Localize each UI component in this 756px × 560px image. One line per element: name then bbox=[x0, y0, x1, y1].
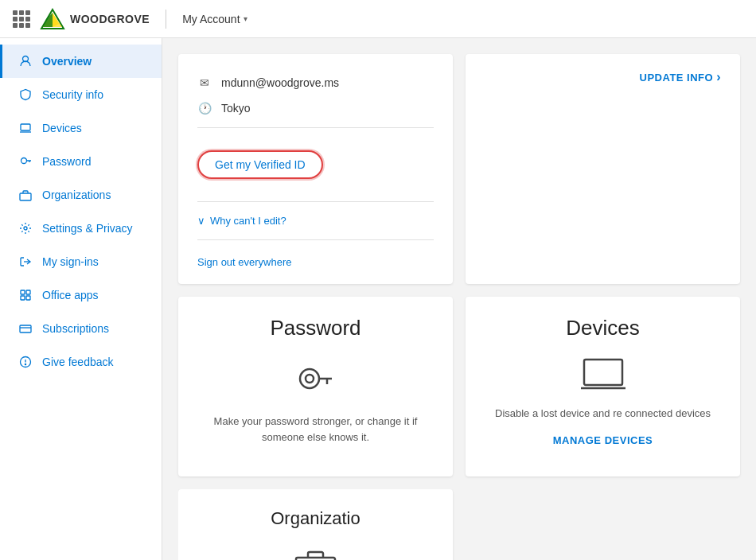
svg-marker-2 bbox=[43, 13, 53, 27]
feedback-icon bbox=[18, 355, 33, 369]
svg-rect-9 bbox=[21, 290, 25, 294]
svg-point-15 bbox=[25, 364, 25, 364]
key-large-icon bbox=[292, 356, 340, 404]
card-icon bbox=[18, 321, 33, 336]
devices-card: Devices Disable a lost device and re con… bbox=[466, 297, 740, 476]
chevron-down-icon: ▾ bbox=[244, 14, 247, 23]
password-description: Make your password stronger, or change i… bbox=[197, 414, 434, 445]
key-icon bbox=[18, 154, 33, 169]
organizations-card: Organizatio See all the organizations th… bbox=[178, 489, 453, 560]
sidebar-item-my-sign-ins[interactable]: My sign-ins bbox=[0, 245, 162, 278]
cards-grid: ✉ mdunn@woodgrove.ms 🕐 Tokyo Get my Veri… bbox=[178, 54, 740, 476]
sidebar-organizations-label: Organizations bbox=[42, 189, 111, 201]
logo-icon bbox=[40, 8, 65, 30]
sidebar-item-office-apps[interactable]: Office apps bbox=[0, 278, 162, 312]
sidebar: Overview Security info Devices bbox=[0, 38, 162, 560]
briefcase-large-icon bbox=[294, 545, 337, 560]
email-row: ✉ mdunn@woodgrove.ms bbox=[197, 70, 434, 95]
sign-out-everywhere-link[interactable]: Sign out everywhere bbox=[197, 247, 434, 268]
arrow-icon: › bbox=[716, 70, 721, 84]
logo-text: WOODGROVE bbox=[70, 13, 150, 25]
svg-rect-12 bbox=[26, 296, 30, 300]
logo-area: WOODGROVE bbox=[40, 8, 150, 30]
svg-point-16 bbox=[300, 369, 319, 388]
sidebar-settings-label: Settings & Privacy bbox=[42, 222, 133, 235]
overview-card: UPDATE INFO › bbox=[466, 54, 740, 284]
sidebar-item-organizations[interactable]: Organizations bbox=[0, 178, 162, 212]
office-icon bbox=[18, 288, 33, 302]
divider-1 bbox=[197, 127, 434, 128]
laptop-icon bbox=[18, 121, 33, 135]
sidebar-devices-label: Devices bbox=[42, 122, 82, 134]
person-icon bbox=[18, 54, 33, 68]
sidebar-security-label: Security info bbox=[42, 88, 103, 101]
layout: Overview Security info Devices bbox=[0, 38, 756, 560]
briefcase-icon bbox=[18, 188, 33, 202]
orgs-icon-area bbox=[197, 545, 434, 560]
signin-icon bbox=[18, 255, 33, 269]
svg-point-8 bbox=[24, 227, 27, 230]
profile-location: Tokyo bbox=[221, 102, 251, 115]
password-card: Password Make your password stronger, or… bbox=[178, 297, 453, 476]
sidebar-feedback-label: Give feedback bbox=[42, 356, 114, 368]
location-row: 🕐 Tokyo bbox=[197, 95, 434, 121]
sidebar-signins-label: My sign-ins bbox=[42, 255, 99, 268]
devices-icon-area bbox=[485, 356, 721, 396]
header: WOODGROVE My Account ▾ bbox=[0, 0, 756, 38]
clock-icon: 🕐 bbox=[197, 102, 212, 115]
sidebar-item-devices[interactable]: Devices bbox=[0, 111, 162, 145]
account-label: My Account bbox=[182, 13, 240, 25]
sidebar-password-label: Password bbox=[42, 155, 91, 168]
svg-rect-18 bbox=[584, 360, 622, 385]
sidebar-item-overview[interactable]: Overview bbox=[0, 45, 162, 78]
devices-description: Disable a lost device and re connected d… bbox=[485, 406, 721, 422]
update-info-button[interactable]: UPDATE INFO › bbox=[640, 70, 721, 84]
divider-2 bbox=[197, 201, 434, 202]
sidebar-item-subscriptions[interactable]: Subscriptions bbox=[0, 312, 162, 345]
settings-icon bbox=[18, 221, 33, 235]
sidebar-office-label: Office apps bbox=[42, 289, 99, 301]
empty-bottom-right bbox=[466, 489, 740, 560]
why-cant-edit-toggle[interactable]: ∨ Why can't I edit? bbox=[197, 208, 434, 233]
account-menu[interactable]: My Account ▾ bbox=[182, 13, 247, 25]
svg-rect-10 bbox=[26, 290, 30, 294]
svg-rect-11 bbox=[21, 296, 25, 300]
laptop-large-icon bbox=[579, 356, 627, 396]
profile-card: ✉ mdunn@woodgrove.ms 🕐 Tokyo Get my Veri… bbox=[178, 54, 453, 284]
svg-rect-13 bbox=[20, 325, 31, 332]
svg-point-6 bbox=[21, 158, 27, 164]
password-icon-area bbox=[197, 356, 434, 404]
sidebar-item-give-feedback[interactable]: Give feedback bbox=[0, 345, 162, 379]
why-edit-text: Why can't I edit? bbox=[210, 215, 286, 227]
svg-rect-5 bbox=[21, 124, 30, 130]
main-content: ✉ mdunn@woodgrove.ms 🕐 Tokyo Get my Veri… bbox=[162, 38, 756, 560]
manage-devices-link[interactable]: MANAGE DEVICES bbox=[485, 434, 721, 446]
svg-point-17 bbox=[306, 375, 314, 383]
get-verified-id-button[interactable]: Get my Verified ID bbox=[197, 150, 323, 179]
app-grid-icon[interactable] bbox=[13, 10, 30, 28]
sidebar-item-password[interactable]: Password bbox=[0, 145, 162, 178]
update-info-text: UPDATE INFO bbox=[640, 72, 714, 84]
divider-3 bbox=[197, 239, 434, 240]
organizations-title: Organizatio bbox=[197, 508, 434, 529]
devices-title: Devices bbox=[485, 316, 721, 340]
shield-icon bbox=[18, 88, 33, 102]
chevron-why-icon: ∨ bbox=[197, 215, 205, 227]
sidebar-overview-label: Overview bbox=[42, 55, 92, 68]
svg-rect-7 bbox=[20, 193, 31, 200]
header-divider bbox=[166, 10, 166, 29]
profile-email: mdunn@woodgrove.ms bbox=[221, 76, 339, 89]
password-title: Password bbox=[197, 316, 434, 340]
sidebar-item-settings-privacy[interactable]: Settings & Privacy bbox=[0, 212, 162, 245]
sidebar-subscriptions-label: Subscriptions bbox=[42, 322, 109, 335]
email-icon: ✉ bbox=[197, 76, 212, 89]
sidebar-item-security-info[interactable]: Security info bbox=[0, 78, 162, 111]
